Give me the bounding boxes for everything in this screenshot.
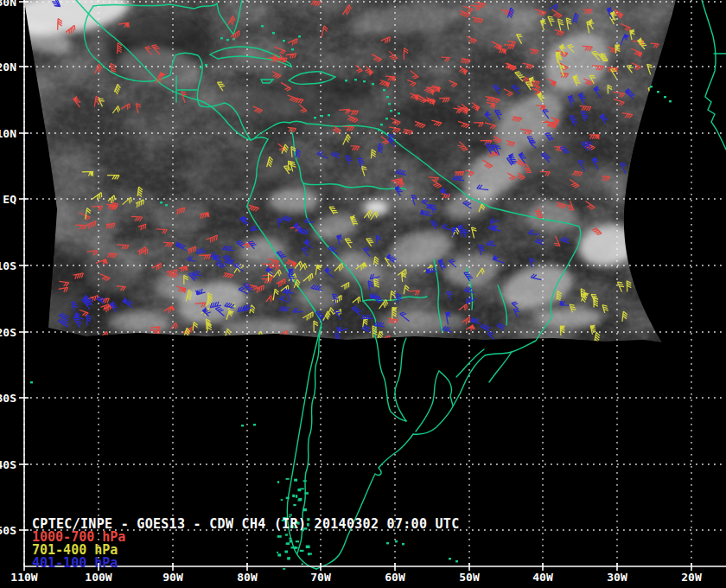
island	[455, 560, 458, 562]
cloud-mass	[107, 310, 169, 333]
island	[241, 425, 244, 426]
lat-label: 20S	[0, 326, 16, 339]
island	[345, 80, 347, 81]
wind-barb	[654, 112, 664, 119]
island	[650, 86, 653, 87]
fjord-speckle	[289, 538, 291, 540]
fjord-speckle	[306, 546, 310, 548]
island	[321, 115, 323, 117]
fjord-speckle	[303, 508, 307, 511]
cloud-mass	[48, 182, 117, 259]
coastline	[439, 371, 453, 406]
island	[298, 35, 301, 37]
island	[205, 64, 207, 66]
island	[200, 67, 202, 68]
island	[165, 204, 168, 206]
island	[253, 424, 256, 425]
cloud-mass	[156, 199, 207, 233]
coastline	[489, 352, 512, 382]
lon-label: 40W	[532, 571, 553, 584]
island	[386, 96, 389, 98]
fjord-speckle	[286, 497, 290, 499]
island	[380, 124, 383, 125]
fjord-speckle	[294, 479, 297, 482]
fjord-speckle	[308, 553, 312, 554]
fjord-speckle	[296, 495, 297, 498]
island	[383, 89, 385, 91]
lon-label: 60W	[385, 571, 405, 584]
coastline	[702, 0, 726, 150]
fjord-speckle	[305, 492, 309, 495]
fjord-speckle	[286, 542, 290, 545]
fjord-speckle	[290, 546, 293, 548]
island	[363, 80, 366, 82]
coastline	[416, 371, 439, 431]
fjord-speckle	[286, 478, 290, 480]
island	[291, 48, 294, 50]
island	[385, 118, 388, 119]
fjord-speckle	[281, 499, 283, 501]
wind-barb	[662, 85, 672, 93]
fjord-speckle	[296, 540, 299, 542]
island	[657, 91, 659, 93]
fjord-speckle	[285, 534, 288, 535]
lat-label: EQ	[3, 193, 16, 206]
pressure-legend: 1000-700 hPa 701-400 hPa 401-100 hPa	[32, 531, 125, 570]
island	[220, 37, 223, 39]
fjord-speckle	[277, 535, 282, 538]
island	[372, 83, 374, 85]
lon-label: 30W	[607, 571, 627, 584]
island	[328, 114, 330, 116]
island	[402, 543, 404, 545]
lat-label: 30N	[0, 0, 16, 9]
lat-label: 30S	[0, 392, 16, 405]
island	[390, 110, 392, 112]
lon-label: 50W	[459, 571, 480, 584]
cloud-mass	[268, 189, 320, 213]
fjord-speckle	[302, 563, 303, 565]
fjord-speckle	[287, 557, 290, 559]
fjord-speckle	[277, 552, 278, 553]
fjord-speckle	[290, 540, 292, 542]
legend-item-high: 401-100 hPa	[32, 557, 125, 570]
fjord-speckle	[284, 551, 288, 553]
fjord-speckle	[297, 489, 301, 491]
wind-barb	[648, 86, 656, 99]
fjord-speckle	[283, 568, 285, 570]
island	[664, 96, 666, 98]
lat-label: 20N	[0, 61, 16, 74]
island	[449, 558, 451, 559]
island	[272, 32, 275, 34]
coastline	[375, 336, 406, 421]
cloud-mass	[239, 238, 283, 264]
cloud-mass	[220, 318, 298, 339]
lon-label: 20W	[681, 571, 702, 584]
fjord-speckle	[277, 481, 279, 483]
wind-barb	[660, 70, 670, 82]
lat-label: 40S	[0, 458, 16, 471]
coastline	[395, 338, 406, 421]
lon-label: 90W	[162, 571, 183, 584]
fjord-speckle	[293, 504, 296, 506]
island	[261, 25, 264, 27]
island	[30, 381, 33, 383]
cloud-mass	[363, 200, 389, 215]
island	[226, 39, 229, 41]
fjord-speckle	[277, 553, 281, 556]
lat-label: 10S	[0, 259, 16, 272]
fjord-speckle	[297, 499, 301, 501]
fjord-speckle	[292, 495, 295, 497]
island	[314, 117, 316, 118]
island	[669, 100, 672, 102]
island	[386, 542, 389, 544]
fjord-speckle	[303, 480, 307, 482]
island	[398, 112, 400, 114]
lon-label: 70W	[310, 571, 331, 584]
fjord-speckle	[300, 550, 304, 552]
lon-label: 110W	[10, 571, 37, 584]
lat-label: 50S	[0, 524, 16, 537]
island	[160, 201, 162, 203]
fjord-speckle	[295, 547, 297, 549]
map-canvas: 30N20N10NEQ10S20S30S40S50S110W100W90W80W…	[0, 0, 726, 588]
goes-cdw-satellite-map: 30N20N10NEQ10S20S30S40S50S110W100W90W80W…	[0, 0, 726, 588]
